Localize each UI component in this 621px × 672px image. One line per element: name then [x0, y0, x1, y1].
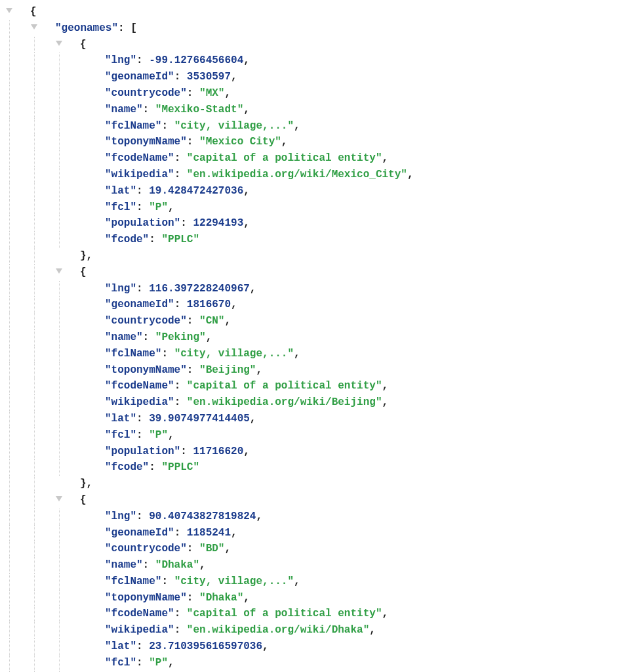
indent-guide [30, 427, 55, 444]
indent-guide [55, 378, 80, 394]
indent-guide [55, 150, 80, 167]
indent-guide [55, 183, 80, 200]
json-key: "fcodeName" [105, 380, 174, 392]
json-line: "lng": 116.397228240967, [5, 281, 616, 297]
indent-guide [55, 606, 80, 622]
indent-guide [55, 102, 80, 118]
indent-guide [30, 509, 55, 525]
indent-guide [30, 557, 55, 574]
json-string-value: "P" [149, 657, 168, 669]
json-line: "fcodeName": "capital of a political ent… [5, 606, 616, 622]
json-key: "lng" [105, 511, 136, 522]
indent-guide [5, 394, 30, 411]
json-line: "population": 12294193, [5, 215, 616, 232]
collapse-toggle-icon[interactable] [30, 20, 55, 37]
indent-guide [30, 606, 55, 622]
indent-guide [55, 200, 80, 216]
indent-guide [30, 248, 55, 264]
indent-guide [5, 509, 30, 525]
object-brace-close: } [80, 250, 87, 262]
json-key: "wikipedia" [105, 624, 174, 636]
collapse-toggle-icon[interactable] [5, 4, 30, 20]
collapse-toggle-icon[interactable] [55, 37, 80, 53]
json-line: "lng": 90.40743827819824, [5, 509, 616, 525]
json-line: "lng": -99.12766456604, [5, 52, 616, 69]
json-line: "fcl": "P", [5, 655, 616, 671]
indent-guide [55, 329, 80, 346]
json-number-value: 19.428472427036 [149, 185, 243, 197]
json-line: "geonameId": 3530597, [5, 69, 616, 85]
indent-guide [5, 362, 30, 379]
json-number-value: -99.12766456604 [149, 54, 243, 66]
indent-guide [30, 378, 55, 394]
indent-guide [30, 52, 55, 69]
indent-guide [55, 590, 80, 606]
json-line: { [5, 264, 616, 281]
json-line: "lat": 39.9074977414405, [5, 411, 616, 427]
indent-guide [55, 85, 80, 102]
indent-guide [5, 85, 30, 102]
json-key: "fcl" [105, 201, 136, 213]
indent-guide [5, 590, 30, 606]
indent-guide [5, 427, 30, 444]
indent-guide [30, 362, 55, 379]
json-line: "countrycode": "BD", [5, 541, 616, 557]
json-string-value: "CN" [199, 315, 224, 327]
json-string-value: "PPLC" [161, 461, 199, 473]
json-string-value: "capital of a political entity" [187, 608, 382, 620]
json-string-value: "capital of a political entity" [187, 380, 382, 392]
json-line: "wikipedia": "en.wikipedia.org/wiki/Dhak… [5, 622, 616, 639]
indent-guide [30, 118, 55, 135]
indent-guide [5, 52, 30, 69]
indent-guide [55, 622, 80, 639]
indent-guide [5, 37, 30, 53]
collapse-toggle-icon[interactable] [55, 492, 80, 509]
json-string-value: "en.wikipedia.org/wiki/Dhaka" [187, 624, 369, 636]
indent-guide [30, 264, 55, 281]
indent-guide [55, 427, 80, 444]
json-number-value: 39.9074977414405 [149, 413, 250, 425]
json-number-value: 90.40743827819824 [149, 511, 256, 522]
indent-guide [5, 492, 30, 509]
indent-guide [55, 297, 80, 313]
json-key: "geonameId" [105, 527, 174, 539]
json-tree-viewer: {"geonames": [{"lng": -99.12766456604,"g… [5, 4, 616, 672]
indent-guide [5, 150, 30, 167]
indent-guide [55, 281, 80, 297]
json-line: "countrycode": "CN", [5, 313, 616, 329]
indent-guide [30, 476, 55, 492]
indent-guide [30, 69, 55, 85]
indent-guide [5, 69, 30, 85]
root-brace-open: { [30, 6, 37, 18]
json-line: "lat": 23.710395616597036, [5, 639, 616, 655]
indent-guide [5, 639, 30, 655]
indent-guide [5, 411, 30, 427]
indent-guide [30, 183, 55, 200]
json-line: }, [5, 248, 616, 264]
indent-guide [5, 329, 30, 346]
indent-guide [55, 346, 80, 362]
indent-guide [5, 346, 30, 362]
indent-guide [5, 313, 30, 329]
indent-guide [55, 411, 80, 427]
indent-guide [55, 394, 80, 411]
json-key: "name" [105, 104, 143, 116]
indent-guide [5, 281, 30, 297]
json-string-value: "city, village,..." [174, 348, 294, 360]
json-line: "fclName": "city, village,...", [5, 346, 616, 362]
json-line: "wikipedia": "en.wikipedia.org/wiki/Mexi… [5, 167, 616, 183]
indent-guide [5, 167, 30, 183]
indent-guide [30, 622, 55, 639]
json-key: "fcl" [105, 657, 136, 669]
json-number-value: 116.397228240967 [149, 283, 250, 295]
json-string-value: "Mexico City" [199, 136, 281, 148]
json-line: "fcl": "P", [5, 427, 616, 444]
indent-guide [30, 444, 55, 460]
indent-guide [5, 655, 30, 671]
json-key: "fclName" [105, 120, 161, 132]
collapse-toggle-icon[interactable] [55, 264, 80, 281]
object-brace-open: { [80, 266, 87, 278]
json-line: "fcodeName": "capital of a political ent… [5, 378, 616, 394]
json-line: "toponymName": "Mexico City", [5, 134, 616, 150]
json-key: "fcl" [105, 429, 136, 441]
